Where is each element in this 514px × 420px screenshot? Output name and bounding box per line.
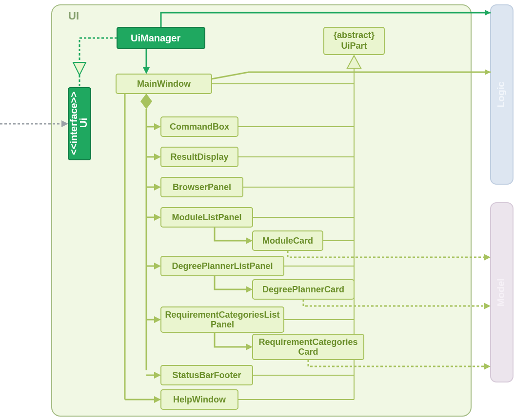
helpwindow-label: HelpWindow — [173, 395, 226, 404]
commandbox-label: CommandBox — [170, 122, 229, 132]
mainwindow-label: MainWindow — [137, 79, 191, 89]
uipart-name: UiPart — [341, 41, 367, 51]
panel-model-label: Model — [495, 278, 506, 306]
degreeplannerlistpanel-label: DegreePlannerListPanel — [172, 261, 273, 271]
browserpanel-label: BrowserPanel — [173, 182, 231, 192]
arrowhead-modulecard-model — [484, 254, 491, 261]
reqcatlistpanel-label-l2: Panel — [211, 320, 234, 329]
arrowhead-reqcatcard-model — [484, 363, 491, 370]
reqcatcard-label-l2: Card — [298, 347, 318, 357]
modulelistpanel-label: ModuleListPanel — [172, 212, 241, 222]
degreeplannercard-label: DegreePlannerCard — [262, 285, 344, 294]
statusbarfooter-label: StatusBarFooter — [172, 370, 241, 380]
package-ui-label: UI — [68, 10, 79, 22]
resultdisplay-label: ResultDisplay — [170, 152, 228, 162]
uml-class-diagram: UI Logic Model <<interface>> Ui UiManage… — [0, 0, 514, 420]
uipart-stereotype: {abstract} — [334, 30, 375, 40]
panel-logic-label: Logic — [495, 81, 506, 107]
arrowhead-uimanager-external — [485, 10, 491, 16]
ui-interface-stereotype: <<interface>> — [68, 92, 79, 155]
reqcatlistpanel-label-l1: RequirementCategoriesList — [165, 310, 279, 320]
modulecard-label: ModuleCard — [262, 236, 313, 246]
ui-interface-name: Ui — [78, 118, 89, 128]
arrowhead-degreeplannercard-model — [484, 303, 491, 309]
arrowhead-mainwindow-logic — [485, 69, 491, 75]
uimanager-label: UiManager — [131, 33, 180, 43]
reqcatcard-label-l1: RequirementCategories — [258, 337, 357, 347]
